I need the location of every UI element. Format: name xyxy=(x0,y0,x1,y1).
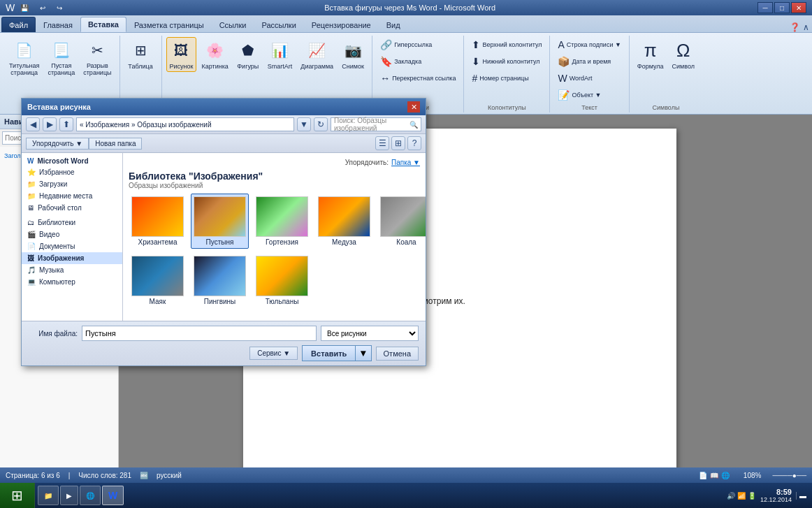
forward-button[interactable]: ▶ xyxy=(43,117,57,131)
search-placeholder: Поиск: Образцы изображений xyxy=(334,117,409,132)
taskbar-time: 8:59 xyxy=(760,488,792,496)
taskbar-date: 12.12.2014 xyxy=(760,496,792,503)
sort-label: Упорядочить: xyxy=(345,159,389,166)
image-tulips[interactable]: Тюльпаны xyxy=(253,253,311,308)
thumb-chrysanthemum xyxy=(131,196,184,237)
thumb-lighthouse xyxy=(131,256,184,296)
image-chrysanthemum[interactable]: Хризантема xyxy=(129,194,187,249)
insert-dropdown-button[interactable]: ▼ xyxy=(356,345,371,361)
thumb-koala xyxy=(380,196,426,237)
dialog-footer: Имя файла: Все рисунки Сервис ▼ Вставить… xyxy=(22,321,426,365)
image-hydrangea[interactable]: Гортензия xyxy=(253,194,311,249)
sidebar-documents[interactable]: 📄 Документы xyxy=(22,240,122,252)
sort-row: Упорядочить: Папка ▼ xyxy=(129,159,420,166)
thumb-desert xyxy=(194,196,246,237)
image-desert[interactable]: Пустыня xyxy=(191,194,249,249)
dialog-action-toolbar: Упорядочить ▼ Новая папка ☰ ⊞ ? xyxy=(22,134,426,153)
sidebar-video[interactable]: 🎬 Видео xyxy=(22,228,122,240)
sidebar-images[interactable]: 🖼 Изображения xyxy=(22,252,122,264)
dialog-sidebar: W Microsoft Word ⭐ Избранное 📁 Загрузки … xyxy=(22,153,123,321)
sidebar-computer[interactable]: 💻 Компьютер xyxy=(22,276,122,288)
dialog-title-bar: Вставка рисунка ✕ xyxy=(22,99,426,115)
image-koala[interactable]: Коала xyxy=(377,194,426,249)
filetype-select[interactable]: Все рисунки xyxy=(321,326,419,341)
documents-icon: 📄 xyxy=(27,242,36,250)
recent-icon: 📁 xyxy=(27,192,36,200)
computer-icon: 💻 xyxy=(27,278,36,286)
sidebar-desktop[interactable]: 🖥 Рабочий стол xyxy=(22,202,122,214)
filename-row: Имя файла: Все рисунки xyxy=(29,326,419,341)
filename-label: Имя файла: xyxy=(29,330,78,338)
service-button[interactable]: Сервис ▼ xyxy=(249,347,298,360)
sidebar-downloads[interactable]: 📁 Загрузки xyxy=(22,178,122,190)
path-bar[interactable]: « Изображения » Образцы изображений xyxy=(76,117,294,131)
dialog-title-text: Вставка рисунка xyxy=(27,103,91,111)
taskbar-items: 📁 ▶ 🌐 W xyxy=(35,484,721,507)
library-title: Библиотека "Изображения" xyxy=(129,170,420,182)
music-icon: 🎵 xyxy=(27,266,36,274)
word-icon: W xyxy=(27,157,34,165)
library-subtitle: Образцы изображений xyxy=(129,182,420,189)
libraries-icon: 🗂 xyxy=(27,219,34,226)
images-icon: 🖼 xyxy=(27,254,34,262)
button-row: Сервис ▼ Вставить ▼ Отмена xyxy=(29,345,419,361)
favorites-icon: ⭐ xyxy=(27,168,36,176)
sort-value[interactable]: Папка ▼ xyxy=(391,159,420,166)
show-desktop[interactable]: ▬ xyxy=(796,492,806,500)
start-button[interactable]: ⊞ xyxy=(0,483,35,508)
path-text: « Изображения » Образцы изображений xyxy=(80,121,212,129)
video-icon: 🎬 xyxy=(27,231,36,238)
organize-button[interactable]: Упорядочить ▼ xyxy=(26,138,89,150)
view-grid-button[interactable]: ⊞ xyxy=(391,136,405,150)
help-button[interactable]: ? xyxy=(407,136,421,150)
taskbar-explorer[interactable]: 📁 xyxy=(38,486,59,505)
refresh-button[interactable]: ↻ xyxy=(314,117,328,131)
insert-picture-dialog: Вставка рисунка ✕ ◀ ▶ ⬆ « Изображения » … xyxy=(21,98,426,366)
sidebar-recent[interactable]: 📁 Недавние места xyxy=(22,190,122,202)
sidebar-music[interactable]: 🎵 Музыка xyxy=(22,264,122,276)
image-penguins[interactable]: Пингвины xyxy=(191,253,249,308)
insert-button[interactable]: Вставить xyxy=(302,345,356,361)
image-jellyfish[interactable]: Медуза xyxy=(315,194,373,249)
tray-icons: 🔊 📶 🔋 xyxy=(727,492,756,500)
cancel-button[interactable]: Отмена xyxy=(376,347,419,361)
sidebar-libraries: 🗂 Библиотеки xyxy=(22,217,122,228)
dialog-body: W Microsoft Word ⭐ Избранное 📁 Загрузки … xyxy=(22,153,426,321)
dialog-close-button[interactable]: ✕ xyxy=(407,101,420,113)
taskbar-browser[interactable]: 🌐 xyxy=(80,486,101,505)
taskbar-word[interactable]: W xyxy=(102,486,124,505)
thumb-penguins xyxy=(194,256,246,296)
desktop-icon: 🖥 xyxy=(27,204,34,212)
back-button[interactable]: ◀ xyxy=(26,117,40,131)
dialog-content: Упорядочить: Папка ▼ Библиотека "Изображ… xyxy=(123,153,426,321)
new-folder-button[interactable]: Новая папка xyxy=(89,138,142,150)
image-lighthouse[interactable]: Маяк xyxy=(129,253,187,308)
thumb-tulips xyxy=(256,256,308,296)
path-dropdown[interactable]: ▼ xyxy=(297,117,311,131)
dialog-overlay: Вставка рисунка ✕ ◀ ▶ ⬆ « Изображения » … xyxy=(0,0,812,483)
up-button[interactable]: ⬆ xyxy=(59,117,73,131)
taskbar-tray: 🔊 📶 🔋 8:59 12.12.2014 ▬ xyxy=(721,488,812,503)
taskbar: ⊞ 📁 ▶ 🌐 W 🔊 📶 🔋 8:59 12.12.2014 ▬ xyxy=(0,483,812,508)
downloads-icon: 📁 xyxy=(27,180,36,188)
search-icon: 🔍 xyxy=(409,121,418,129)
taskbar-player[interactable]: ▶ xyxy=(60,486,78,505)
images-grid: Хризантема Пустыня Гортензия Медуза xyxy=(129,194,420,308)
dialog-nav-toolbar: ◀ ▶ ⬆ « Изображения » Образцы изображени… xyxy=(22,115,426,134)
sidebar-ms-word: W Microsoft Word xyxy=(22,156,122,166)
thumb-hydrangea xyxy=(256,196,308,237)
sidebar-favorites: ⭐ Избранное xyxy=(22,166,122,178)
view-list-button[interactable]: ☰ xyxy=(375,136,389,150)
search-box[interactable]: Поиск: Образцы изображений 🔍 xyxy=(331,117,421,131)
filename-input[interactable] xyxy=(82,326,317,341)
thumb-jellyfish xyxy=(318,196,370,237)
content-header: Упорядочить: Папка ▼ Библиотека "Изображ… xyxy=(129,159,420,189)
